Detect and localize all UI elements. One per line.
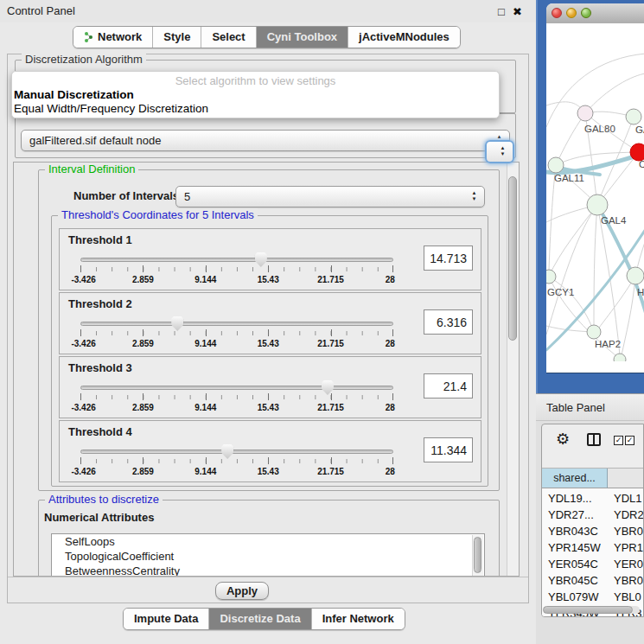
slider-thumb[interactable]: [322, 380, 334, 395]
network-node[interactable]: [546, 270, 556, 284]
scale-label: 21.715: [317, 339, 344, 348]
minimize-traffic-light-icon[interactable]: [566, 8, 577, 18]
threshold-1-value-field[interactable]: 14.713: [424, 245, 473, 271]
threshold-2-value-field[interactable]: 6.316: [424, 309, 473, 335]
cell[interactable]: YDL19...: [548, 492, 592, 505]
cyni-content-panel: Discretization Algorithm ▲▼ Table Data g…: [7, 54, 529, 603]
network-node[interactable]: [627, 267, 644, 284]
tab-label: jActiveMNodules: [359, 30, 450, 43]
table-horizontal-scrollbar[interactable]: [543, 606, 640, 614]
network-nodes: [546, 105, 644, 361]
list-item[interactable]: BetweennessCentrality: [52, 564, 484, 577]
cell[interactable]: YBR043C: [548, 525, 598, 538]
settings-scroll-viewport: Interval Definition Number of Intervals …: [13, 162, 520, 577]
cell[interactable]: YPR145W: [548, 541, 601, 554]
network-node[interactable]: [587, 325, 601, 339]
dropdown-option-manual-discretization[interactable]: Manual Discretization: [14, 88, 134, 101]
slider-thumb[interactable]: [221, 444, 233, 459]
tab-jactivemnodules[interactable]: jActiveMNodules: [348, 27, 460, 48]
network-graph: GAL80 GA C GAL11 GAL4 GCY1 H HAP2: [546, 23, 644, 361]
slider-track[interactable]: [80, 450, 393, 454]
threshold-4-value-field[interactable]: 11.344: [424, 437, 473, 462]
cell[interactable]: YBL079W: [548, 590, 599, 603]
threshold-label: Threshold 2: [68, 297, 132, 310]
column-layout-icon[interactable]: [587, 433, 601, 446]
cell[interactable]: YER0: [614, 558, 643, 571]
network-node[interactable]: [626, 109, 641, 124]
close-icon[interactable]: ✖: [513, 5, 522, 18]
network-node[interactable]: [548, 157, 564, 173]
column-header-shared-name[interactable]: shared...: [542, 469, 608, 488]
table-horizontal-scrollbar-thumb[interactable]: [543, 606, 633, 614]
checkbox-icon[interactable]: ✓: [625, 436, 634, 445]
list-item[interactable]: SelfLoops: [52, 534, 484, 549]
tab-style[interactable]: Style: [153, 27, 201, 48]
settings-scrollbar-thumb[interactable]: [508, 176, 517, 341]
cell[interactable]: YBR0: [614, 574, 643, 587]
table-data-combobox[interactable]: galFiltered.sif default node ▲▼: [21, 130, 510, 151]
apply-button[interactable]: Apply: [215, 582, 269, 600]
tick: [392, 457, 393, 464]
list-scrollbar[interactable]: [472, 535, 483, 577]
float-window-icon[interactable]: □: [498, 5, 505, 18]
cell[interactable]: YBL0: [614, 590, 641, 603]
network-node[interactable]: [614, 354, 626, 361]
slider-thumb[interactable]: [255, 252, 267, 267]
table-row[interactable]: YBR045CYBR0: [542, 572, 644, 590]
slider-track[interactable]: [80, 322, 393, 326]
network-node[interactable]: [577, 105, 593, 121]
network-node-selected[interactable]: [630, 143, 644, 161]
close-traffic-light-icon[interactable]: [552, 8, 562, 18]
number-of-intervals-combobox[interactable]: 5 ▲▼: [175, 186, 485, 207]
threshold-3-value-field[interactable]: 21.4: [424, 373, 473, 399]
tick: [268, 265, 269, 272]
cell[interactable]: YBR0: [614, 525, 643, 538]
cell[interactable]: YPR1: [614, 541, 643, 554]
network-window-titlebar[interactable]: [546, 3, 644, 24]
column-header-name[interactable]: na: [608, 469, 644, 488]
table-row[interactable]: YDR27...YDR2: [542, 507, 644, 524]
cell[interactable]: YBR045C: [548, 574, 598, 587]
algorithm-combobox-edge[interactable]: ▲▼: [485, 140, 514, 163]
slider-track[interactable]: [80, 386, 393, 390]
cell[interactable]: YER054C: [548, 558, 598, 571]
table-row[interactable]: YPR145WYPR1: [542, 539, 644, 557]
cell[interactable]: YDL1: [614, 492, 642, 505]
list-item[interactable]: TopologicalCoefficient: [52, 549, 484, 564]
table-row[interactable]: YER054CYER0: [542, 556, 644, 573]
cell[interactable]: YDR27...: [548, 508, 594, 521]
tab-network[interactable]: Network: [73, 27, 153, 48]
slider-track[interactable]: [80, 258, 393, 262]
node-label: H: [637, 287, 644, 297]
list-scrollbar-thumb[interactable]: [474, 537, 481, 573]
slider-ticks: [80, 395, 393, 399]
node-label: C: [639, 159, 644, 169]
threshold-4-slider[interactable]: -3.426 2.859 9.144 15.43 21.715 28: [80, 447, 393, 480]
table-row[interactable]: YDL19...YDL1: [542, 490, 644, 507]
table-header-row: shared... na: [542, 469, 644, 488]
settings-scrollbar[interactable]: [507, 163, 519, 576]
threshold-2-slider[interactable]: -3.426 2.859 9.144 15.43 21.715 28: [80, 319, 393, 352]
zoom-traffic-light-icon[interactable]: [581, 8, 591, 18]
threshold-3-slider[interactable]: -3.426 2.859 9.144 15.43 21.715 28: [80, 383, 393, 416]
dropdown-option-equal-width-frequency[interactable]: Equal Width/Frequency Discretization: [14, 102, 208, 115]
group-label: Discretization Algorithm: [22, 53, 146, 66]
table-row[interactable]: YBL079WYBL0: [542, 589, 644, 606]
tab-impute-data[interactable]: Impute Data: [124, 609, 209, 629]
checkbox-icon[interactable]: ✓: [614, 436, 623, 445]
dropdown-hint-option[interactable]: Select algorithm to view settings: [12, 74, 499, 87]
slider-thumb[interactable]: [171, 316, 183, 331]
scale-label: 28: [386, 467, 395, 476]
tab-cyni-toolbox[interactable]: Cyni Toolbox: [257, 27, 348, 48]
cell[interactable]: YDR2: [614, 508, 644, 521]
tab-infer-network[interactable]: Infer Network: [312, 609, 405, 629]
gear-icon[interactable]: ⚙: [556, 430, 570, 449]
tab-discretize-data[interactable]: Discretize Data: [209, 609, 311, 629]
table-row[interactable]: YBR043CYBR0: [542, 523, 644, 540]
tab-select[interactable]: Select: [201, 27, 256, 48]
threshold-1-panel: Threshold 1 -3.426 2.859 9.144 15.43: [59, 228, 481, 290]
network-canvas[interactable]: GAL80 GA C GAL11 GAL4 GCY1 H HAP2: [546, 23, 644, 361]
network-node[interactable]: [587, 194, 608, 215]
numerical-attributes-list[interactable]: SelfLoops TopologicalCoefficient Between…: [51, 533, 485, 577]
threshold-1-slider[interactable]: -3.426 2.859 9.144 15.43 21.715 28: [80, 255, 393, 288]
